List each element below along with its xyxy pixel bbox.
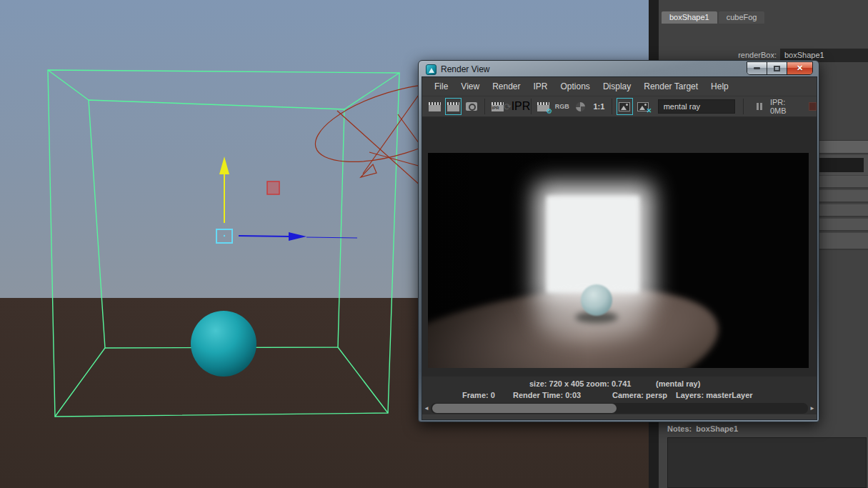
window-titlebar[interactable]: Render View xyxy=(426,63,489,76)
ipr-memory-label: IPR: 0MB xyxy=(770,98,799,115)
render-status-bar: size: 720 x 405 zoom: 0.741 (mental ray)… xyxy=(422,377,817,402)
center-handle[interactable] xyxy=(216,229,232,243)
tab-cubefog[interactable]: cubeFog xyxy=(719,11,765,24)
ipr-memory-indicator xyxy=(809,102,817,111)
render-settings-button[interactable]: ⚙ xyxy=(535,98,552,115)
notes-label: Notes: boxShape1 xyxy=(667,424,738,433)
camera-icon xyxy=(466,102,477,111)
toolbar-separator xyxy=(484,99,485,114)
render-toolbar: IPR ⟳ IPR ⚙ RGB 1:1 xyxy=(422,96,817,117)
snapshot-button[interactable] xyxy=(464,98,480,115)
remove-image-icon: ✕ xyxy=(637,102,649,111)
rendered-sphere xyxy=(581,284,612,316)
scrollbar-thumb[interactable] xyxy=(432,404,617,413)
menu-options[interactable]: Options xyxy=(554,77,597,96)
plane-handle[interactable] xyxy=(267,181,279,194)
one-to-one-icon: 1:1 xyxy=(593,102,604,111)
notes-textarea[interactable] xyxy=(667,437,867,488)
render-view-window: Render View ✕ File View Render IPR Optio… xyxy=(418,60,819,422)
render-settings-icon: ⚙ xyxy=(537,102,549,111)
renderbox-label: renderBox: xyxy=(659,51,777,59)
rgb-channels-button[interactable]: RGB xyxy=(554,98,570,115)
status-render-time: Render Time: 0:03 xyxy=(513,391,581,399)
window-controls: ✕ xyxy=(747,61,813,75)
status-frame: Frame: 0 xyxy=(462,391,495,399)
keep-image-button[interactable] xyxy=(617,98,633,115)
refresh-ipr-button[interactable]: ⟳ IPR xyxy=(508,98,527,115)
status-layers: Layers: masterLayer xyxy=(676,391,753,399)
y-axis-handle[interactable] xyxy=(219,156,229,223)
status-camera: Camera: persp xyxy=(612,391,667,399)
scroll-right-arrow-icon[interactable]: ► xyxy=(808,405,817,412)
close-icon: ✕ xyxy=(797,64,803,73)
remove-image-button[interactable]: ✕ xyxy=(635,98,652,115)
menu-render-target[interactable]: Render Target xyxy=(637,77,704,96)
tab-boxshape1[interactable]: boxShape1 xyxy=(662,11,717,24)
rendered-fog-cube xyxy=(547,196,639,293)
scrollbar-track[interactable] xyxy=(431,403,808,414)
minimize-button[interactable] xyxy=(747,62,767,74)
ipr-render-icon: IPR xyxy=(492,102,504,111)
close-button[interactable]: ✕ xyxy=(787,62,812,74)
alpha-channel-button[interactable] xyxy=(572,98,589,115)
attribute-editor-tabs: boxShape1 cubeFog xyxy=(662,11,764,24)
render-button[interactable] xyxy=(426,98,443,115)
menubar: File View Render IPR Options Display Ren… xyxy=(422,77,817,96)
scroll-left-arrow-icon[interactable]: ◄ xyxy=(422,405,431,412)
real-size-button[interactable]: 1:1 xyxy=(591,98,607,115)
menu-render[interactable]: Render xyxy=(486,77,527,96)
menu-display[interactable]: Display xyxy=(597,77,637,96)
render-image-area xyxy=(422,117,817,377)
x-axis-handle[interactable] xyxy=(239,232,357,241)
rgb-channels-icon: RGB xyxy=(555,103,569,110)
sphere-object[interactable] xyxy=(191,311,256,377)
window-title: Render View xyxy=(441,64,489,74)
move-manipulator xyxy=(216,156,357,243)
render-icon xyxy=(429,102,441,111)
refresh-ipr-icon: ⟳ xyxy=(504,102,512,111)
pause-ipr-button[interactable] xyxy=(757,103,762,110)
toolbar-separator xyxy=(743,99,744,114)
rendered-image[interactable] xyxy=(428,153,809,368)
notes-node-name: boxShape1 xyxy=(696,424,738,433)
render-current-frame-button[interactable] xyxy=(445,98,462,115)
toolbar-separator xyxy=(612,99,612,114)
maya-screen: boxShape1 cubeFog renderBox: boxShape1 2… xyxy=(0,0,868,488)
render-view-client: File View Render IPR Options Display Ren… xyxy=(421,76,817,420)
alpha-channel-icon xyxy=(576,102,585,111)
renderer-select[interactable]: mental ray xyxy=(658,99,735,114)
toolbar-separator xyxy=(531,99,532,114)
status-renderer: (mental ray) xyxy=(656,379,700,388)
menu-file[interactable]: File xyxy=(428,77,454,96)
menu-ipr[interactable]: IPR xyxy=(527,77,554,96)
keep-image-icon xyxy=(619,102,630,111)
horizontal-scrollbar: ◄ ► xyxy=(422,402,817,414)
menu-help[interactable]: Help xyxy=(704,77,735,96)
maximize-button[interactable] xyxy=(767,62,787,74)
render-frame-icon xyxy=(447,102,459,111)
status-size-zoom: size: 720 x 405 zoom: 0.741 xyxy=(529,379,631,388)
maya-app-icon xyxy=(426,64,437,75)
menu-view[interactable]: View xyxy=(454,77,486,96)
